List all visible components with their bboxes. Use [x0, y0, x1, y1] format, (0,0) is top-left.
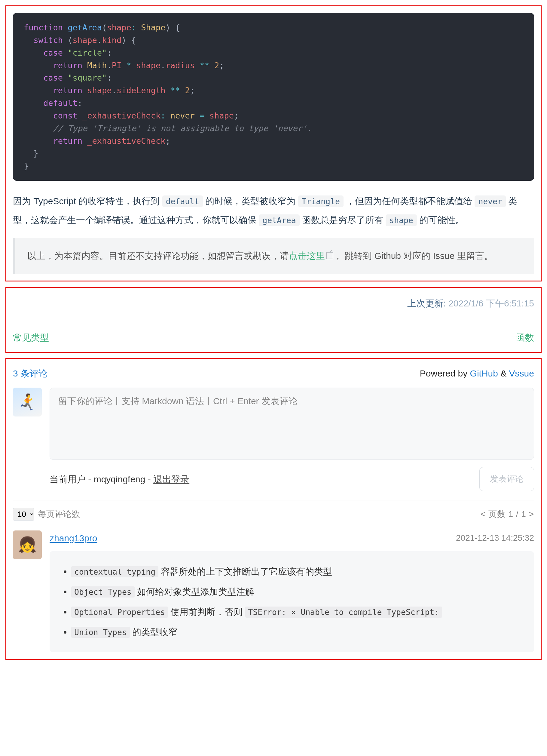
perpage-label: 每页评论数: [38, 507, 80, 521]
commenter-avatar: 👧: [13, 530, 42, 559]
page-indicator[interactable]: < 页数 1 / 1 >: [480, 507, 534, 521]
list-item: Optional Properties 使用前判断，否则 TSError: ⨯ …: [71, 604, 531, 619]
comment-body: zhang13pro 2021-12-13 14:25:32 contextua…: [50, 530, 534, 652]
comment-date: 2021-12-13 14:25:32: [456, 531, 534, 545]
github-link[interactable]: GitHub: [470, 368, 498, 378]
comments-count: 3 条评论: [13, 366, 48, 381]
text: ， 跳转到 Github 对应的 Issue 里留言。: [333, 251, 493, 261]
perpage-control: 10 每页评论数: [13, 507, 80, 521]
inline-code: never: [475, 195, 505, 207]
perpage-select[interactable]: 10: [13, 508, 34, 521]
last-updated-value: 2022/1/6 下午6:51:15: [448, 298, 534, 308]
prev-page-link[interactable]: 常见类型: [13, 330, 49, 345]
current-username: mqyqingfeng: [94, 474, 146, 484]
page-nav: 常见类型 函数: [13, 320, 534, 345]
text: 函数总是穷尽了所有: [302, 215, 386, 225]
comment-content: contextual typing 容器所处的上下文推断出了它应该有的类型 Ob…: [50, 551, 534, 652]
current-user-line: 当前用户 - mqyqingfeng - 退出登录: [50, 472, 189, 487]
last-updated: 上次更新: 2022/1/6 下午6:51:15: [13, 294, 534, 320]
inline-code: Object Types: [71, 586, 135, 598]
inline-code: default: [162, 195, 203, 207]
inline-code: Triangle: [298, 195, 343, 207]
pager-row: 10 每页评论数 < 页数 1 / 1 >: [13, 500, 534, 521]
inline-code: shape: [386, 214, 416, 226]
text: 以上，为本篇内容。目前还不支持评论功能，如想留言或勘误，请: [27, 251, 289, 261]
current-user-avatar: 🏃: [13, 388, 42, 416]
inline-code: getArea: [259, 214, 299, 226]
comment-item: 👧 zhang13pro 2021-12-13 14:25:32 context…: [13, 530, 534, 652]
explain-paragraph: 因为 TypeScript 的收窄特性，执行到 default 的时候，类型被收…: [13, 192, 534, 229]
text: ，但因为任何类型都不能赋值给: [346, 196, 475, 206]
list-item: Union Types 的类型收窄: [71, 624, 531, 640]
external-link-icon: [326, 252, 333, 259]
comment-meta: zhang13pro 2021-12-13 14:25:32: [50, 530, 534, 546]
blockquote-note: 以上，为本篇内容。目前还不支持评论功能，如想留言或勘误，请点击这里， 跳转到 G…: [13, 238, 534, 274]
comments-section: 3 条评论 Powered by GitHub & Vssue 🏃 当前用户 -…: [5, 358, 542, 660]
next-page-link[interactable]: 函数: [516, 330, 534, 345]
comments-header: 3 条评论 Powered by GitHub & Vssue: [13, 366, 534, 381]
list-item: contextual typing 容器所处的上下文推断出了它应该有的类型: [71, 564, 531, 579]
content-section: function getArea(shape: Shape) { switch …: [5, 5, 542, 281]
vssue-link[interactable]: Vssue: [509, 368, 534, 378]
inline-code: contextual typing: [71, 566, 158, 577]
logout-link[interactable]: 退出登录: [153, 474, 189, 484]
powered-by: Powered by GitHub & Vssue: [420, 366, 534, 381]
text: 因为 TypeScript 的收窄特性，执行到: [13, 196, 162, 206]
text: 的时候，类型被收窄为: [205, 196, 298, 206]
github-issue-link[interactable]: 点击这里: [289, 251, 333, 261]
code-block: function getArea(shape: Shape) { switch …: [13, 13, 534, 181]
text: 的可能性。: [419, 215, 464, 225]
compose-row: 🏃: [13, 388, 534, 460]
inline-code: Optional Properties: [71, 607, 168, 618]
inline-code: Union Types: [71, 627, 130, 638]
comment-textarea[interactable]: [50, 388, 534, 460]
page-meta-nav-section: 上次更新: 2022/1/6 下午6:51:15 常见类型 函数: [5, 287, 542, 353]
inline-code: TSError: ⨯ Unable to compile TypeScript:: [245, 607, 442, 618]
comment-author-link[interactable]: zhang13pro: [50, 530, 97, 546]
submit-comment-button[interactable]: 发表评论: [479, 467, 534, 491]
last-updated-label: 上次更新:: [407, 298, 448, 308]
list-item: Object Types 如何给对象类型添加类型注解: [71, 584, 531, 599]
compose-footer: 当前用户 - mqyqingfeng - 退出登录 发表评论: [50, 467, 534, 491]
